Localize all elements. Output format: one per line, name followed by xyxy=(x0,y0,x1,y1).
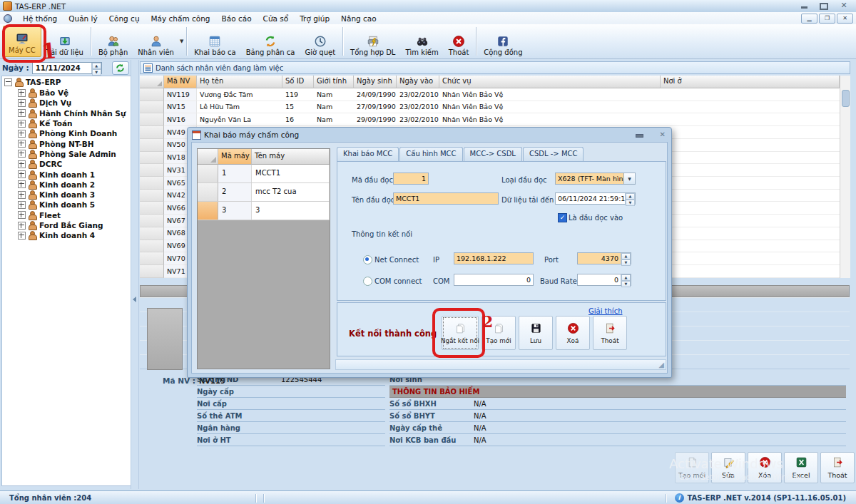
tree-item-department[interactable]: DCRC xyxy=(2,159,131,169)
expand-icon[interactable] xyxy=(18,109,26,117)
expand-icon[interactable] xyxy=(18,180,26,188)
minimize-icon[interactable] xyxy=(799,2,809,9)
tree-root[interactable]: TAS-ERP xyxy=(2,76,131,88)
ip-input[interactable]: 192.168.1.222 xyxy=(454,252,534,264)
mdi-minimize-icon[interactable]: ▁ xyxy=(801,14,817,24)
chevron-down-icon[interactable]: ▼ xyxy=(623,173,635,184)
system-menu-icon[interactable] xyxy=(4,14,12,23)
expand-icon[interactable] xyxy=(18,150,26,158)
scrollbar-thumb[interactable] xyxy=(842,90,850,107)
date-spinner[interactable]: ▲▼ xyxy=(91,63,101,73)
com-input[interactable]: 0 xyxy=(454,274,534,286)
column-header-noi-o[interactable]: Nơi ở xyxy=(661,76,840,88)
tree-item-department[interactable]: Kinh doanh 4 xyxy=(2,230,131,240)
dialog-tab[interactable]: Cấu hình MCC xyxy=(399,147,462,161)
tree-item-department[interactable]: Phòng Kinh Doanh xyxy=(2,128,131,138)
reader-code-input[interactable]: 1 xyxy=(393,173,429,185)
expand-icon[interactable] xyxy=(18,120,26,128)
reader-type-dropdown[interactable]: X628 (TFT- Màn hình n▼ xyxy=(555,173,636,185)
table-row[interactable]: NV119 Vương Đắc Tâm 119 Nam 24/09/1990 2… xyxy=(140,88,840,101)
row-indicator[interactable] xyxy=(140,113,164,126)
dialog-minimize-icon[interactable] xyxy=(636,132,644,138)
dialog-title-bar[interactable]: Khai báo máy chấm công xyxy=(188,128,671,142)
toolbar-button-bo-phan[interactable]: Bộ phận xyxy=(93,24,133,58)
collapse-arrow-icon[interactable] xyxy=(133,297,136,302)
net-connect-radio[interactable] xyxy=(363,255,372,264)
reader-name-input[interactable]: MCCT1 xyxy=(393,192,499,205)
toolbar-button-cong-dong[interactable]: Cộng đồng xyxy=(479,24,527,58)
tree-item-department[interactable]: Dịch Vụ xyxy=(2,98,131,108)
port-spinner[interactable]: ▲▼ xyxy=(621,253,631,264)
column-header-chuc-vu[interactable]: Chức vụ xyxy=(439,76,661,88)
tree-item-department[interactable]: Phòng NT-BH xyxy=(2,138,131,148)
row-indicator[interactable] xyxy=(140,139,164,152)
row-indicator[interactable] xyxy=(140,152,164,165)
expand-icon[interactable] xyxy=(18,170,26,178)
expand-icon[interactable] xyxy=(18,222,26,230)
row-indicator[interactable] xyxy=(140,252,164,265)
expand-icon[interactable] xyxy=(18,99,26,107)
column-header-ngay-vao[interactable]: Ngày vào xyxy=(397,76,439,88)
vertical-scrollbar[interactable] xyxy=(840,76,850,278)
toolbar-button-thoat[interactable]: Thoát xyxy=(444,24,474,58)
expand-icon[interactable] xyxy=(18,160,26,168)
menu-bao-cao[interactable]: Báo cáo xyxy=(216,13,258,24)
tree-item-department[interactable]: Kinh doanh 1 xyxy=(2,169,131,179)
row-indicator[interactable] xyxy=(198,183,218,201)
toolbar-button-gio-quet[interactable]: Giờ quẹt xyxy=(300,24,341,58)
baud-rate-input[interactable]: 0▲▼ xyxy=(577,274,631,286)
dialog-close-icon[interactable]: ✕ xyxy=(660,130,666,138)
tree-item-department[interactable]: Bảo Vệ xyxy=(2,88,131,98)
collapse-icon[interactable] xyxy=(4,78,12,86)
table-row[interactable]: NV16 Nguyễn Văn La 16 Nam 29/09/1990 23/… xyxy=(140,113,840,126)
menu-cua-so[interactable]: Cửa sổ xyxy=(258,13,295,24)
expand-icon[interactable] xyxy=(18,211,26,219)
expand-icon[interactable] xyxy=(18,130,26,138)
row-indicator[interactable] xyxy=(140,265,164,278)
entry-reader-checkbox[interactable]: ✓ xyxy=(558,213,567,222)
tree-item-department[interactable]: Kinh doanh 5 xyxy=(2,200,131,210)
resize-grip[interactable]: ◢ xyxy=(658,361,664,369)
menu-he-thong[interactable]: Hệ thống xyxy=(17,13,63,24)
menu-quan-ly[interactable]: Quản lý xyxy=(63,13,103,24)
menu-cong-cu[interactable]: Công cụ xyxy=(103,13,146,24)
save-button[interactable]: Lưu xyxy=(519,316,553,350)
row-indicator[interactable] xyxy=(140,101,164,114)
machine-row[interactable]: 1 MCCT1 xyxy=(198,165,330,183)
row-indicator[interactable] xyxy=(140,227,164,240)
dialog-tab[interactable]: CSDL -> MCC xyxy=(523,147,584,161)
machine-row[interactable]: 2 mcc T2 cua xyxy=(198,183,330,202)
machine-row[interactable]: 3 3 xyxy=(198,202,330,220)
tree-item-department[interactable]: Ford Bắc Giang xyxy=(2,220,131,230)
toolbar-button-tim-kiem[interactable]: Tìm kiếm xyxy=(400,24,443,58)
com-connect-radio[interactable] xyxy=(363,277,372,286)
tree-item-department[interactable]: Fleet xyxy=(2,210,131,220)
row-indicator[interactable] xyxy=(140,190,164,202)
table-row[interactable]: NV15 Lê Hữu Tâm 15 Nam 27/09/1990 23/02/… xyxy=(140,101,840,114)
tree-item-department[interactable]: Hành Chính Nhân Sự xyxy=(2,108,131,118)
delete-button[interactable]: Xoá xyxy=(556,316,590,350)
row-indicator[interactable] xyxy=(140,164,164,177)
edit-button[interactable]: Sửa xyxy=(711,452,745,483)
excel-export-button[interactable]: Excel xyxy=(784,452,818,483)
toolbar-button-nhan-vien[interactable]: Nhân viên xyxy=(133,24,179,58)
restore-icon[interactable] xyxy=(819,2,829,9)
column-header-ngay-sinh[interactable]: Ngày sinh xyxy=(354,76,397,88)
row-indicator[interactable] xyxy=(198,202,218,220)
mdi-restore-icon[interactable]: ❐ xyxy=(819,14,835,24)
tree-item-department[interactable]: Kinh doanh 2 xyxy=(2,180,131,190)
row-indicator[interactable] xyxy=(140,177,164,190)
column-header-ma-nv[interactable]: Mã NV xyxy=(164,76,197,88)
toolbar-button-bang-phan-ca[interactable]: Bảng phân ca xyxy=(241,24,300,58)
datetime-spinner[interactable]: ▲▼ xyxy=(625,193,635,204)
column-header-ten-may[interactable]: Tên máy xyxy=(252,149,330,165)
column-header-ho-ten[interactable]: Họ tên xyxy=(197,76,282,88)
create-new-button[interactable]: Tạo mới xyxy=(675,452,709,483)
dialog-tab[interactable]: MCC-> CSDL xyxy=(464,147,522,161)
row-indicator[interactable] xyxy=(198,165,218,182)
chevron-down-icon[interactable]: ▼ xyxy=(180,38,183,44)
menu-tro-giup[interactable]: Trợ giúp xyxy=(294,13,335,24)
refresh-button[interactable] xyxy=(112,61,129,75)
expand-icon[interactable] xyxy=(18,140,26,148)
toolbar-button-tong-hop-dl[interactable]: Tổng hợp DL xyxy=(345,24,400,58)
